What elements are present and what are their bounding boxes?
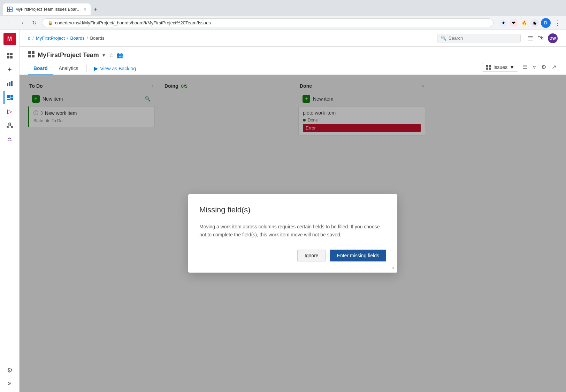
ignore-button[interactable]: Ignore [297, 250, 326, 261]
svg-point-16 [7, 126, 8, 128]
board-dropdown-icon[interactable]: ▼ [102, 53, 106, 58]
sidebar-icon-expand[interactable]: » [3, 377, 16, 389]
new-tab-button[interactable]: + [91, 5, 100, 14]
view-as-backlog-button[interactable]: ▶ View as Backlog [90, 62, 140, 75]
profile-button[interactable]: D [541, 18, 551, 28]
sidebar-icon-test[interactable]: ⚖ [3, 133, 16, 146]
svg-rect-7 [10, 56, 13, 58]
tab-separator [86, 65, 87, 72]
svg-rect-22 [28, 55, 31, 57]
board-star-icon[interactable]: ☆ [109, 52, 114, 58]
ext-icon-3[interactable]: 🔥 [520, 19, 528, 27]
filter-icon[interactable]: ▿ [531, 62, 537, 72]
tab-bar: MyFirstProject Team Issues Boar… × + [0, 0, 566, 16]
svg-rect-25 [489, 65, 491, 67]
search-bar[interactable]: 🔍 [437, 34, 521, 42]
main-content: d / MyFirstProject / Boards / Boards 🔍 ☰… [20, 30, 566, 392]
sidebar-icon-home[interactable] [3, 49, 16, 62]
board-grid-icon [28, 51, 35, 60]
star-ext-icon[interactable]: ★ [499, 19, 507, 27]
breadcrumb-project[interactable]: MyFirstProject [36, 36, 65, 41]
sidebar-icon-repos[interactable] [3, 119, 16, 132]
issues-label: Issues [494, 64, 507, 70]
svg-line-19 [10, 125, 12, 126]
breadcrumb-sep-2: / [67, 36, 68, 41]
svg-rect-8 [7, 83, 8, 86]
dialog-actions: Ignore Enter missing fields [199, 250, 386, 261]
dialog-title: Missing field(s) [199, 205, 386, 214]
active-tab[interactable]: MyFirstProject Team Issues Boar… × [3, 3, 91, 15]
breadcrumb-sep-3: / [87, 36, 88, 41]
filter-settings-icon[interactable]: ☰ [521, 62, 529, 72]
user-avatar[interactable]: DW [548, 33, 558, 43]
forward-button[interactable]: → [17, 18, 26, 28]
breadcrumb-d[interactable]: d [28, 36, 30, 41]
svg-rect-2 [8, 10, 9, 11]
heart-ext-icon[interactable]: ❤ [510, 19, 518, 27]
board-people-icon[interactable]: 👥 [116, 52, 123, 58]
sidebar-bottom: ⚙ » [3, 364, 16, 389]
board-tabs-row: Board Analytics ▶ View as Backlog [28, 62, 558, 75]
svg-rect-0 [8, 7, 9, 9]
svg-point-15 [9, 123, 11, 125]
browser-chrome: MyFirstProject Team Issues Boar… × + ← →… [0, 0, 566, 30]
browser-extensions: ★ ❤ 🔥 ◉ D ⋮ [499, 18, 562, 28]
tab-title: MyFirstProject Team Issues Boar… [15, 7, 81, 12]
board-actions: Issues ▼ ☰ ▿ ⚙ ↗ [482, 62, 558, 75]
enter-missing-fields-button[interactable]: Enter missing fields [330, 250, 386, 261]
svg-rect-14 [10, 97, 13, 100]
sidebar-icon-pipelines[interactable]: ▷ [3, 105, 16, 118]
shopping-icon[interactable]: 🛍 [537, 34, 544, 42]
breadcrumb: d / MyFirstProject / Boards / Boards [28, 36, 105, 41]
sidebar-icon-chart[interactable] [3, 77, 16, 90]
refresh-button[interactable]: ↻ [29, 18, 39, 28]
address-bar: ← → ↻ 🔒 codedev.ms/d/MyFirstProject/_boa… [0, 16, 566, 30]
ext-icon-4[interactable]: ◉ [530, 19, 539, 27]
lock-icon: 🔒 [48, 21, 53, 25]
url-bar[interactable]: 🔒 codedev.ms/d/MyFirstProject/_boards/bo… [42, 18, 494, 27]
breadcrumb-boards[interactable]: Boards [70, 36, 85, 41]
sidebar-icon-add[interactable]: + [3, 63, 16, 76]
expand-icon[interactable]: ↗ [550, 62, 558, 72]
back-button[interactable]: ← [4, 18, 14, 28]
issues-button[interactable]: Issues ▼ [482, 63, 518, 72]
search-icon: 🔍 [441, 36, 446, 41]
sidebar-icon-boards[interactable] [3, 91, 16, 104]
notifications-icon[interactable]: ☰ [528, 34, 533, 42]
backlog-circle-icon: ▶ [94, 65, 98, 72]
svg-rect-6 [7, 56, 9, 58]
browser-menu-button[interactable]: ⋮ [553, 18, 562, 28]
search-input[interactable] [449, 36, 517, 41]
dialog-resize-handle[interactable]: ↘ [391, 265, 395, 270]
svg-rect-9 [9, 82, 10, 86]
settings-icon[interactable]: ⚙ [540, 62, 548, 72]
svg-rect-3 [10, 10, 12, 11]
dialog-body: Moving a work item across columns requir… [199, 223, 386, 238]
svg-rect-1 [10, 7, 12, 9]
sidebar: M + ▷ [0, 30, 20, 392]
svg-rect-21 [32, 51, 35, 54]
svg-rect-12 [10, 95, 13, 97]
svg-rect-10 [11, 81, 13, 86]
top-nav: d / MyFirstProject / Boards / Boards 🔍 ☰… [20, 30, 566, 47]
svg-rect-4 [7, 53, 9, 55]
board-content: To Do ‹ + New item 🔍 ⓘ 3 New work item [20, 75, 566, 392]
board-header: MyFirstProject Team ▼ ☆ 👥 Board Analytic… [20, 47, 566, 75]
tab-analytics[interactable]: Analytics [53, 63, 84, 75]
tab-board[interactable]: Board [28, 63, 53, 75]
svg-rect-20 [28, 51, 31, 54]
board-title-row: MyFirstProject Team ▼ ☆ 👥 [28, 51, 558, 60]
top-nav-icons: ☰ 🛍 DW [528, 33, 558, 43]
dialog-overlay: Missing field(s) Moving a work item acro… [20, 75, 566, 392]
tab-favicon [7, 7, 13, 12]
view-backlog-label: View as Backlog [100, 66, 136, 71]
svg-rect-13 [7, 99, 10, 100]
sidebar-icon-settings[interactable]: ⚙ [3, 364, 16, 377]
svg-rect-24 [486, 65, 488, 67]
svg-rect-5 [10, 53, 13, 55]
svg-point-17 [11, 126, 13, 128]
issues-dropdown-icon[interactable]: ▼ [510, 64, 514, 70]
svg-line-18 [8, 125, 10, 126]
close-icon[interactable]: × [84, 7, 86, 12]
url-text: codedev.ms/d/MyFirstProject/_boards/boar… [55, 20, 211, 25]
